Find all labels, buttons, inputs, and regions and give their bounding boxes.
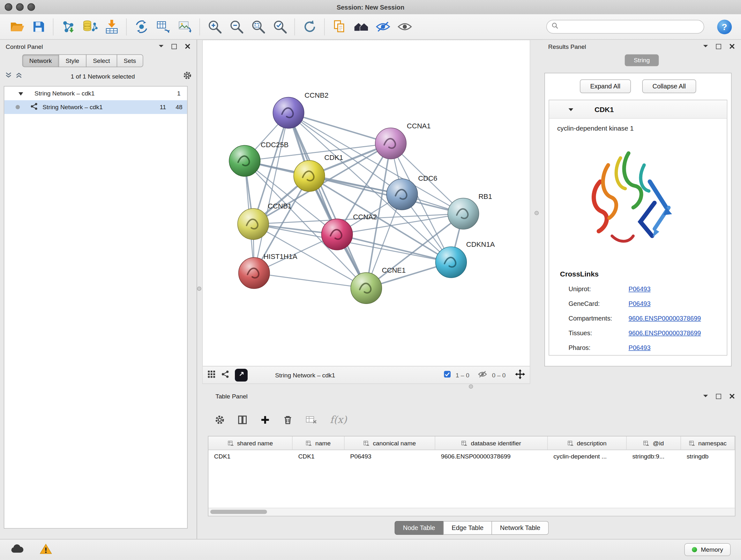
genecard-link[interactable]: P06493 [629,300,651,307]
gear-icon[interactable] [183,71,192,81]
import-network-file-button[interactable] [57,16,79,37]
apply-layout-button[interactable] [299,16,320,37]
tab-network[interactable]: Network [22,54,59,67]
export-image-button[interactable] [174,16,196,37]
import-network-database-button[interactable] [79,16,100,37]
column-header-canonical-name[interactable]: canonical name [345,436,435,449]
add-column-plus-icon[interactable] [260,415,270,425]
panel-float-icon[interactable] [157,43,164,50]
table-row[interactable]: CDK1 CDK1 P06493 9606.ENSP00000378699 cy… [208,450,735,463]
hide-unhide-button[interactable] [372,16,394,37]
cloud-icon[interactable] [10,544,23,556]
network-edge[interactable] [254,273,366,288]
column-header-namespace[interactable]: namespac [681,436,735,449]
network-view-title: String Network – cdk1 [275,371,335,378]
splitter-handle[interactable] [535,211,539,215]
zoom-selected-button[interactable] [269,16,291,37]
show-view-button[interactable] [394,16,415,37]
collapse-all-button[interactable]: Collapse All [642,79,696,93]
table-settings-gear-icon[interactable] [214,415,225,425]
tissues-link[interactable]: 9606.ENSP00000378699 [629,329,701,336]
panel-maximize-icon[interactable] [715,393,722,400]
network-edge[interactable] [288,113,391,143]
network-node-ccna1[interactable] [375,128,406,159]
network-canvas[interactable]: CCNB2CCNA1CDC25BCDK1CDC6RB1CCNB1CCNA2CDK… [203,40,530,366]
collapse-all-icon[interactable] [5,71,12,81]
node-table[interactable]: shared name name canonical name database… [208,436,736,516]
import-table-file-button[interactable] [100,16,122,37]
network-node-cdkn1a[interactable] [435,247,467,278]
delete-column-trash-icon[interactable] [283,415,293,425]
open-in-new-window-button[interactable] [235,368,248,381]
help-button[interactable]: ? [717,18,732,35]
network-edge[interactable] [309,176,463,213]
home-networks-button[interactable] [350,16,372,37]
copy-document-button[interactable] [328,16,350,37]
memory-button[interactable]: Memory [684,543,731,556]
network-row-selected[interactable]: String Network – cdk1 11 48 [4,100,187,114]
function-builder-fx: f(x) [330,414,347,426]
network-from-selection-button[interactable] [131,16,152,37]
network-node-ccne1[interactable] [351,273,382,304]
tab-sets[interactable]: Sets [117,54,143,67]
network-node-ccna2[interactable] [321,219,352,250]
hidden-count: 0 – 0 [492,371,506,378]
tab-node-table[interactable]: Node Table [394,521,444,535]
network-node-rb1[interactable] [448,198,479,229]
grid-view-icon[interactable] [207,370,215,380]
column-header-database-identifier[interactable]: database identifier [435,436,548,449]
panel-maximize-icon[interactable] [171,43,178,50]
move-crosshair-icon[interactable] [515,369,525,381]
network-node-ccnb2[interactable] [273,98,304,128]
column-header-name[interactable]: name [293,436,345,449]
panel-float-icon[interactable] [702,43,709,50]
zoom-selected-icon [272,19,287,35]
panel-float-icon[interactable] [702,393,709,400]
gene-section-header[interactable]: CDK1 [549,100,727,119]
zoom-fit-button[interactable] [247,16,269,37]
network-edge[interactable] [254,113,288,273]
splitter-handle[interactable] [197,287,201,291]
expand-all-icon[interactable] [15,71,23,81]
zoom-in-button[interactable] [204,16,225,37]
open-session-button[interactable] [6,16,27,37]
column-header-id[interactable]: @id [627,436,681,449]
tree-expand-triangle-icon[interactable] [18,90,23,97]
save-session-button[interactable] [27,16,49,37]
share-view-icon[interactable] [221,370,229,380]
tab-network-table[interactable]: Network Table [491,521,549,535]
scrollbar-thumb[interactable] [210,509,267,514]
network-node-cdc6[interactable] [387,179,417,210]
show-columns-icon[interactable] [237,415,248,425]
expand-all-button[interactable]: Expand All [580,79,631,93]
panel-maximize-icon[interactable] [715,43,722,50]
splitter-handle[interactable] [469,384,473,388]
column-header-description[interactable]: description [548,436,626,449]
zoom-out-button[interactable] [225,16,247,37]
string-tab-badge[interactable]: String [625,54,659,66]
network-collection-row[interactable]: String Network – cdk1 1 [4,86,187,100]
selected-checkbox-icon[interactable] [444,370,451,379]
search-box[interactable] [546,20,704,34]
horizontal-scrollbar[interactable] [208,508,735,516]
hidden-eye-slash-icon[interactable] [478,370,487,380]
network-node-cdk1[interactable] [293,160,325,191]
network-node-cdc25b[interactable] [229,145,260,176]
compartments-link[interactable]: 9606.ENSP00000378699 [629,315,701,322]
warning-icon[interactable] [40,543,52,556]
new-network-from-table-button[interactable] [152,16,174,37]
uniprot-link[interactable]: P06493 [629,286,651,293]
tab-select[interactable]: Select [86,54,117,67]
search-input[interactable] [561,23,699,30]
panel-close-icon[interactable] [184,43,191,50]
tab-edge-table[interactable]: Edge Table [443,521,492,535]
panel-close-icon[interactable] [728,393,735,400]
network-edge[interactable] [288,113,366,288]
network-node-ccnb1[interactable] [238,208,269,240]
section-collapse-triangle-icon[interactable] [568,105,574,114]
pharos-link[interactable]: P06493 [629,344,651,351]
network-node-hist1h1a[interactable] [239,258,270,289]
tab-style[interactable]: Style [58,54,86,67]
panel-close-icon[interactable] [728,43,735,50]
column-header-shared-name[interactable]: shared name [208,436,293,449]
